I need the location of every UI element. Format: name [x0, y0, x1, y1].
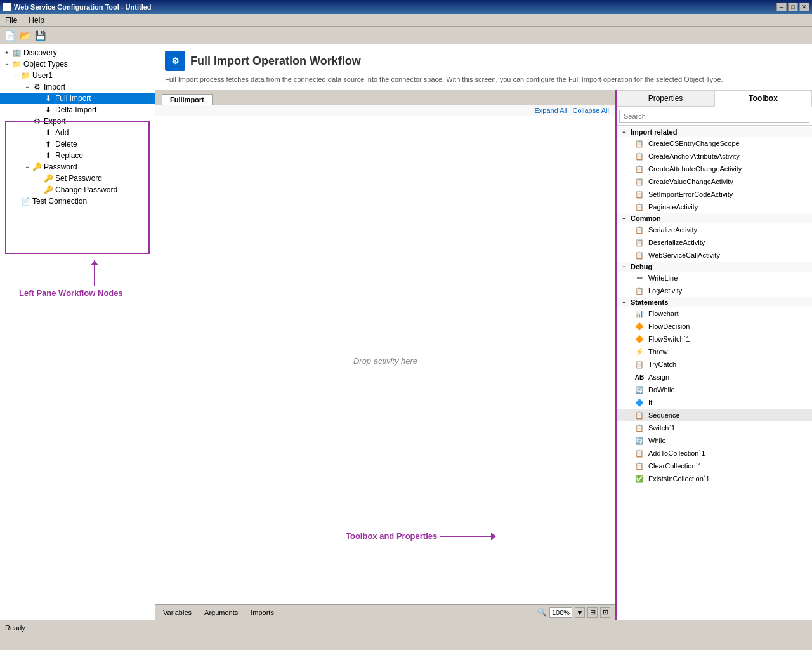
full-import-tab[interactable]: FullImport [162, 94, 213, 105]
zoom-icon: 🔍 [537, 608, 547, 617]
tree-item-set-password[interactable]: 🔑 Set Password [0, 173, 155, 184]
delete-label: Delete [55, 140, 77, 149]
arguments-tab[interactable]: Arguments [202, 609, 240, 616]
tree-item-replace[interactable]: ⬆ Replace [0, 150, 155, 161]
variables-tab[interactable]: Variables [160, 609, 194, 616]
create-cs-icon: 📋 [634, 138, 645, 149]
export-expander[interactable]: − [23, 117, 32, 126]
user1-icon: 📁 [20, 70, 30, 81]
expand-all-button[interactable]: Expand All [535, 107, 568, 114]
tree-item-delete[interactable]: ⬆ Delete [0, 138, 155, 150]
properties-tab[interactable]: Properties [617, 90, 714, 107]
toolbox-item-exists-in-collection[interactable]: ✅ ExistsInCollection`1 [617, 472, 812, 485]
change-password-expander [34, 185, 43, 194]
category-debug[interactable]: − Debug [617, 262, 812, 272]
zoom-input[interactable] [549, 607, 572, 618]
user1-expander[interactable]: − [11, 71, 20, 80]
toolbox-item-webservice[interactable]: 📋 WebServiceCallActivity [617, 249, 812, 262]
replace-label: Replace [55, 151, 83, 160]
toolbox-item-create-value[interactable]: 📋 CreateValueChangeActivity [617, 175, 812, 188]
tree-item-object-types[interactable]: − 📁 Object Types [0, 58, 155, 70]
while-icon: 🔄 [634, 435, 645, 446]
toolbox-tab[interactable]: Toolbox [714, 90, 812, 107]
tree-item-delta-import[interactable]: ⬇ Delta Import [0, 104, 155, 116]
exists-in-collection-icon: ✅ [634, 474, 645, 484]
toolbox-item-create-anchor[interactable]: 📋 CreateAnchorAttributeActivity [617, 150, 812, 162]
trycatch-icon: 📋 [634, 359, 645, 369]
toolbox-tabs: Properties Toolbox [617, 90, 812, 107]
set-password-icon: 🔑 [43, 173, 53, 183]
category-common[interactable]: − Common [617, 213, 812, 223]
imports-tab[interactable]: Imports [248, 609, 277, 616]
add-to-collection-label: AddToCollection`1 [648, 449, 705, 457]
add-to-collection-icon: 📋 [634, 448, 645, 458]
tree-item-import[interactable]: − ⚙ Import [0, 81, 155, 93]
log-label: LogActivity [648, 287, 682, 295]
toolbox-item-flowdecision[interactable]: 🔶 FlowDecision [617, 320, 812, 333]
import-expander[interactable]: − [23, 83, 32, 91]
toolbox-item-log[interactable]: 📋 LogActivity [617, 284, 812, 297]
toolbox-item-create-attr[interactable]: 📋 CreateAttributeChangeActivity [617, 162, 812, 175]
toolbox-item-if[interactable]: 🔷 If [617, 396, 812, 409]
create-anchor-icon: 📋 [634, 151, 645, 161]
category-import-related[interactable]: − Import related [617, 127, 812, 137]
toolbox-annotation-text: Toolbox and Properties [346, 531, 437, 541]
toolbox-item-clear-collection[interactable]: 📋 ClearCollection`1 [617, 460, 812, 472]
collapse-all-button[interactable]: Collapse All [573, 107, 609, 114]
toolbox-item-trycatch[interactable]: 📋 TryCatch [617, 358, 812, 371]
tree-item-change-password[interactable]: 🔑 Change Password [0, 184, 155, 196]
zoom-area: 🔍 ▼ ⊞ ⊡ [537, 607, 610, 618]
toolbox-item-flowchart[interactable]: 📊 Flowchart [617, 307, 812, 320]
left-pane: + 🏢 Discovery − 📁 Object Types − 📁 User1… [0, 44, 155, 620]
tree-item-user1[interactable]: − 📁 User1 [0, 70, 155, 81]
zoom-fit-button[interactable]: ⊞ [587, 607, 598, 618]
category-debug-label: Debug [631, 263, 652, 270]
drop-hint-text: Drop activity here [353, 355, 417, 365]
toolbox-item-dowhile[interactable]: 🔄 DoWhile [617, 383, 812, 396]
toolbox-item-sequence[interactable]: 📋 Sequence [617, 409, 812, 421]
toolbox-item-deserialize[interactable]: 📋 DeserializeActivity [617, 236, 812, 249]
add-label: Add [55, 128, 69, 137]
password-expander[interactable]: − [23, 162, 32, 171]
close-button[interactable]: ✕ [799, 3, 809, 11]
change-password-label: Change Password [55, 185, 117, 194]
open-button[interactable]: 📂 [18, 29, 32, 43]
menu-file[interactable]: File [3, 16, 20, 25]
restore-button[interactable]: □ [788, 3, 798, 11]
toolbox-search-input[interactable] [619, 110, 809, 123]
toolbox-item-create-cs[interactable]: 📋 CreateCSEntryChangeScope [617, 137, 812, 150]
tree-item-password[interactable]: − 🔑 Password [0, 161, 155, 173]
toolbox-item-paginate[interactable]: 📋 PaginateActivity [617, 201, 812, 213]
toolbox-item-set-import-error[interactable]: 📋 SetImportErrorCodeActivity [617, 188, 812, 201]
toolbox-item-writeline[interactable]: ✏ WriteLine [617, 272, 812, 284]
zoom-actual-button[interactable]: ⊡ [600, 607, 610, 618]
tree-item-full-import[interactable]: ⬇ Full Import [0, 93, 155, 104]
tree-item-test-connection[interactable]: 📄 Test Connection [0, 196, 155, 207]
tree-item-discovery[interactable]: + 🏢 Discovery [0, 47, 155, 58]
designer-canvas[interactable]: Drop activity here Toolbox and Propertie… [155, 116, 615, 604]
tab-bar: FullImport [155, 90, 615, 105]
workflow-title-text: Full Import Operation Workflow [190, 55, 361, 68]
toolbox-item-switch[interactable]: 📋 Switch`1 [617, 421, 812, 434]
toolbox-item-serialize[interactable]: 📋 SerializeActivity [617, 223, 812, 236]
save-button[interactable]: 💾 [33, 29, 47, 43]
designer-area: FullImport Expand All Collapse All Drop … [155, 90, 615, 620]
toolbox-item-flowswitch[interactable]: 🔶 FlowSwitch`1 [617, 333, 812, 345]
category-statements[interactable]: − Statements [617, 297, 812, 307]
toolbox-item-throw[interactable]: ⚡ Throw [617, 345, 812, 358]
object-types-expander[interactable]: − [3, 60, 11, 69]
sequence-icon: 📋 [634, 410, 645, 420]
menu-help[interactable]: Help [26, 16, 47, 25]
minimize-button[interactable]: ─ [776, 3, 787, 11]
zoom-dropdown-button[interactable]: ▼ [575, 607, 585, 618]
discovery-expander[interactable]: + [3, 48, 11, 57]
category-statements-label: Statements [631, 298, 668, 306]
toolbox-item-assign[interactable]: AB Assign [617, 371, 812, 383]
toolbox-item-add-to-collection[interactable]: 📋 AddToCollection`1 [617, 447, 812, 460]
tree-item-add[interactable]: ⬆ Add [0, 127, 155, 138]
new-button[interactable]: 📄 [3, 29, 16, 43]
toolbox-item-while[interactable]: 🔄 While [617, 434, 812, 447]
tree-item-export[interactable]: − ⚙ Export [0, 116, 155, 127]
object-types-label: Object Types [23, 60, 68, 69]
window-controls[interactable]: ─ □ ✕ [776, 3, 809, 11]
